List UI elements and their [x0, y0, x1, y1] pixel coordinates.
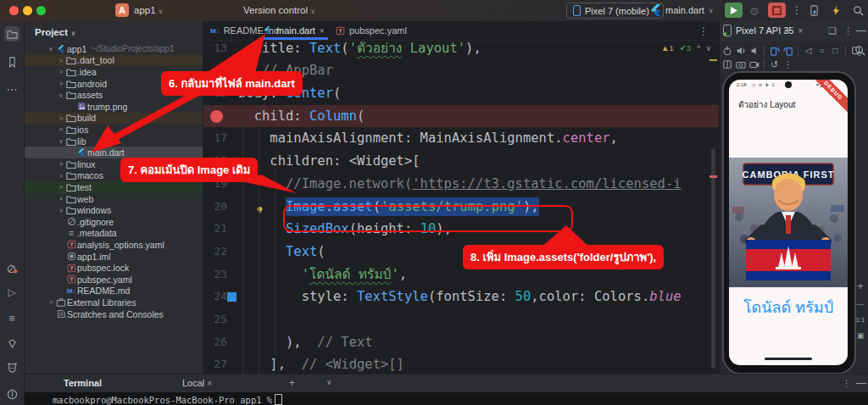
- tree-item--metadata[interactable]: ≡.metadata: [25, 228, 203, 240]
- editor-scrollbar[interactable]: [711, 148, 715, 369]
- tree-item-readme-md[interactable]: M↓README.md: [25, 286, 203, 297]
- inspections-widget[interactable]: ▲1 ✔3 ^ v: [661, 43, 710, 53]
- new-terminal-icon[interactable]: +: [289, 377, 295, 389]
- power-icon[interactable]: [721, 46, 732, 56]
- hot-reload-bolt-icon[interactable]: [829, 5, 843, 16]
- run-configuration[interactable]: main.dart∨: [651, 4, 714, 16]
- tree-item-web[interactable]: >web: [25, 193, 203, 205]
- strip-run-play-button[interactable]: ▷: [4, 285, 19, 300]
- screenshot-camera-icon[interactable]: [735, 59, 746, 69]
- tree-item-external-libraries[interactable]: >External Libraries: [25, 297, 203, 308]
- editor-options-kebab-icon[interactable]: ⋮: [698, 25, 709, 37]
- chevron-right-icon[interactable]: >: [57, 196, 65, 202]
- tree-item-pubspec-yaml[interactable]: Ypubspec.yaml: [25, 274, 203, 286]
- code-text[interactable]: children: <Widget>[: [238, 150, 420, 173]
- code-line-16[interactable]: child: Column(: [203, 105, 719, 128]
- code-line-24[interactable]: 24style: TextStyle(fontSize: 50,color: C…: [203, 286, 719, 308]
- line-number[interactable]: 17: [203, 127, 227, 150]
- chevron-right-icon[interactable]: >: [57, 161, 65, 167]
- debug-button[interactable]: ⚙: [749, 5, 760, 18]
- tree-item-analysis-options-yaml[interactable]: Yanalysis_options.yaml: [25, 239, 203, 251]
- line-number[interactable]: 20: [203, 196, 227, 219]
- macos-zoom-button[interactable]: [36, 6, 46, 15]
- chevron-right-icon[interactable]: >: [57, 173, 65, 179]
- tree-item-build[interactable]: >build: [25, 113, 203, 125]
- terminal-title[interactable]: Terminal: [64, 378, 102, 388]
- hide-panel-icon[interactable]: —: [856, 25, 866, 36]
- tree-item-trump-png[interactable]: trump.png: [25, 101, 203, 113]
- chevron-right-icon[interactable]: >: [47, 299, 55, 305]
- code-line-25[interactable]: 25: [203, 308, 719, 331]
- chevron-right-icon[interactable]: >: [57, 80, 65, 86]
- chevron-right-icon[interactable]: >: [57, 69, 65, 75]
- phone-screen[interactable]: 2:18 ◷ ⚙ ✚ G · ▾ ◢ ▮ DEBUG ตัวอย่าง Layo…: [729, 80, 848, 365]
- volume-up-icon[interactable]: [735, 46, 746, 56]
- tree-item-main-dart[interactable]: main.dart: [25, 147, 203, 158]
- editor-tab-main.dart[interactable]: main.dart×: [256, 21, 331, 40]
- window-mode-icon[interactable]: ❏: [828, 25, 837, 36]
- macos-minimize-button[interactable]: [23, 6, 32, 15]
- hide-terminal-icon[interactable]: —: [856, 377, 866, 389]
- line-number[interactable]: 24: [203, 286, 227, 308]
- terminal-output[interactable]: macbookpro@MacbookPros-MacBook-Pro app1 …: [25, 392, 868, 405]
- tree-item-windows[interactable]: >windows: [25, 204, 203, 216]
- gesture-bar[interactable]: [765, 358, 812, 360]
- zoom-out-icon[interactable]: —: [857, 300, 865, 308]
- tree-item-app1[interactable]: vapp1~/StudioProjects/app1: [25, 43, 203, 55]
- rotate-left-icon[interactable]: [769, 46, 780, 56]
- nav-home-icon[interactable]: ○: [816, 46, 827, 55]
- code-line-26[interactable]: 26), // Text: [203, 331, 719, 354]
- strip-structure-lines-button[interactable]: ≡: [4, 310, 19, 325]
- device-tab[interactable]: Pixel 7 API 35 ×: [723, 25, 803, 36]
- terminal-tab-local[interactable]: Local ×: [182, 378, 212, 388]
- snapshot-restore-icon[interactable]: ↺: [769, 59, 780, 70]
- macos-close-button[interactable]: [9, 6, 19, 15]
- close-tab-icon[interactable]: ×: [320, 26, 325, 36]
- code-text[interactable]: style: TextStyle(fontSize: 50,color: Col…: [238, 286, 682, 308]
- strip-project-folder-button[interactable]: [4, 26, 19, 42]
- code-text[interactable]: 'โดนัลด์ ทรัมป์',: [238, 264, 407, 286]
- rotate-right-icon[interactable]: [782, 46, 793, 56]
- chevron-right-icon[interactable]: >: [57, 58, 65, 64]
- code-text[interactable]: child: Column(: [238, 105, 364, 128]
- tree-item-test[interactable]: >test: [25, 181, 203, 193]
- zoom-in-icon[interactable]: +: [857, 280, 864, 292]
- chevron-down-icon[interactable]: v: [57, 138, 65, 144]
- code-text[interactable]: //Image.network('https://t3.gstatic.com/…: [238, 173, 682, 196]
- chevron-down-icon[interactable]: v: [47, 46, 55, 52]
- stop-button[interactable]: [768, 3, 786, 18]
- nav-back-icon[interactable]: ◁: [803, 46, 814, 55]
- nav-overview-icon[interactable]: □: [830, 46, 841, 55]
- add-device-icon[interactable]: +: [784, 25, 791, 37]
- run-button[interactable]: [725, 3, 743, 18]
- code-text[interactable]: Text(: [238, 241, 326, 264]
- chevron-right-icon[interactable]: >: [57, 184, 65, 190]
- kebab-icon[interactable]: ⋮: [782, 59, 793, 70]
- code-text[interactable]: mainAxisAlignment: MainAxisAlignment.cen…: [238, 127, 618, 150]
- tree-item--gitignore[interactable]: .gitignore: [25, 216, 203, 228]
- code-text[interactable]: ], // <Widget>[]: [238, 353, 404, 374]
- breakpoint-icon[interactable]: [210, 110, 223, 123]
- strip-bookmark-button[interactable]: [4, 54, 19, 69]
- chevron-right-icon[interactable]: >: [57, 115, 65, 121]
- strip-problems-info-button[interactable]: [4, 386, 19, 402]
- chevron-right-icon[interactable]: >: [57, 126, 65, 132]
- terminal-kebab-icon[interactable]: ⋮: [842, 378, 851, 389]
- screen-record-icon[interactable]: [748, 59, 760, 69]
- project-menu[interactable]: app1 ∨: [134, 5, 164, 15]
- tree-item--dart-tool[interactable]: >.dart_tool: [25, 55, 203, 67]
- tree-item-scratches-and-consoles[interactable]: Scratches and Consoles: [25, 308, 203, 320]
- zoom-fit-icon[interactable]: ▣: [857, 331, 865, 340]
- code-line-19[interactable]: 19//Image.network('https://t3.gstatic.co…: [203, 173, 719, 196]
- version-control-menu[interactable]: Version control ∨: [243, 5, 315, 15]
- terminal-dropdown-icon[interactable]: ∨: [326, 378, 332, 386]
- strip-do-not-disturb-button[interactable]: [4, 261, 19, 276]
- color-preview-swatch[interactable]: [227, 292, 236, 302]
- zoom-reset-button[interactable]: 1:1: [855, 316, 865, 324]
- line-number[interactable]: 22: [203, 241, 227, 264]
- line-number[interactable]: 26: [203, 331, 227, 354]
- search-icon[interactable]: [851, 5, 865, 16]
- tree-item-ios[interactable]: >ios: [25, 124, 203, 136]
- code-line-18[interactable]: 18children: <Widget>[: [203, 150, 719, 173]
- more-actions-kebab-icon[interactable]: ⋮: [792, 4, 802, 16]
